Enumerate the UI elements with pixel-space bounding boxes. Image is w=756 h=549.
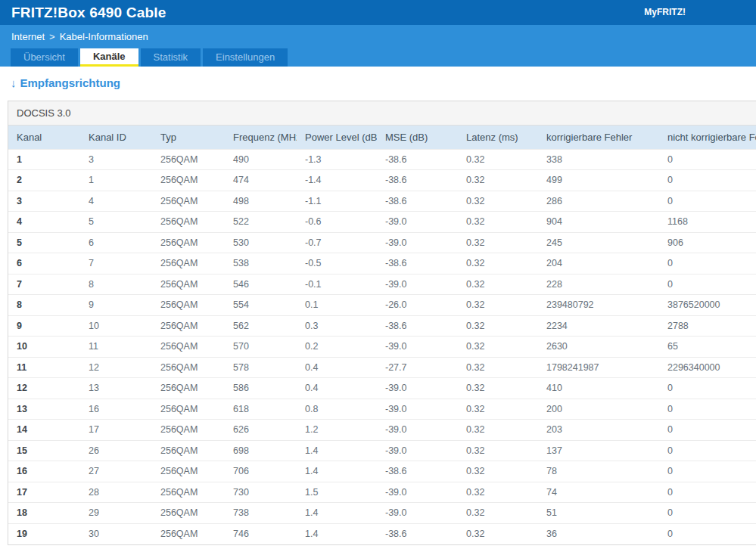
table-cell: 4 xyxy=(8,212,80,233)
column-header: Frequenz (MHz) xyxy=(225,126,297,149)
table-cell: 0.32 xyxy=(458,357,538,378)
table-row: 1213256QAM5860.4-39.00.324100 xyxy=(8,378,756,399)
table-cell: 562 xyxy=(225,315,297,337)
table-cell: 0 xyxy=(659,503,756,524)
table-row: 1417256QAM6261.2-39.00.322030 xyxy=(8,420,756,441)
table-cell: 0.32 xyxy=(458,399,538,420)
table-cell: 78 xyxy=(538,461,659,482)
table-cell: 256QAM xyxy=(152,212,225,233)
table-cell: -38.6 xyxy=(377,523,458,544)
table-cell: 546 xyxy=(225,274,297,295)
table-row: 21256QAM474-1.4-38.60.324990 xyxy=(8,170,756,191)
table-cell: 2788 xyxy=(659,315,756,337)
empfangsrichtung-link[interactable]: ↓Empfangsrichtung xyxy=(11,76,120,89)
table-cell: 10 xyxy=(8,337,80,358)
table-cell: 2296340000 xyxy=(659,357,756,378)
table-cell: -39.0 xyxy=(377,274,458,295)
table-cell: 706 xyxy=(225,461,297,482)
table-cell: -1.3 xyxy=(297,149,377,170)
table-row: 910256QAM5620.3-38.60.3222342788 xyxy=(8,315,756,337)
tab-einstellungen[interactable]: Einstellungen xyxy=(203,48,288,67)
table-cell: 0.4 xyxy=(297,357,377,378)
table-cell: 0.32 xyxy=(458,461,538,482)
table-cell: -38.6 xyxy=(377,461,458,482)
table-cell: -1.4 xyxy=(297,170,377,191)
table-cell: 2234 xyxy=(538,315,659,337)
table-cell: 338 xyxy=(538,149,659,170)
table-cell: 286 xyxy=(538,191,659,212)
table-cell: 0 xyxy=(659,482,756,503)
table-cell: 14 xyxy=(8,420,80,441)
table-row: 1829256QAM7381.4-39.00.32510 xyxy=(8,503,756,524)
table-row: 1011256QAM5700.2-39.00.32263065 xyxy=(8,337,756,358)
table-cell: 618 xyxy=(225,399,297,420)
table-cell: 9 xyxy=(80,295,152,316)
table-cell: 0.3 xyxy=(297,315,377,337)
table-cell: 3 xyxy=(80,149,152,170)
table-cell: -27.7 xyxy=(377,357,458,378)
table-cell: 1.5 xyxy=(297,482,377,503)
table-cell: 3876520000 xyxy=(659,295,756,316)
table-row: 78256QAM546-0.1-39.00.322280 xyxy=(8,274,756,295)
breadcrumb-item-internet[interactable]: Internet xyxy=(11,31,45,42)
table-cell: 74 xyxy=(538,482,659,503)
table-cell: 0.32 xyxy=(458,503,538,524)
table-cell: -39.0 xyxy=(377,503,458,524)
table-caption: DOCSIS 3.0 xyxy=(8,101,756,126)
table-cell: 228 xyxy=(538,274,659,295)
column-header: Kanal xyxy=(8,126,80,149)
table-cell: 0 xyxy=(659,378,756,399)
column-header: Kanal ID xyxy=(80,126,152,149)
table-cell: 538 xyxy=(225,253,297,274)
table-cell: 256QAM xyxy=(152,170,225,191)
table-cell: 65 xyxy=(659,337,756,358)
table-cell: 204 xyxy=(538,253,659,274)
table-cell: 28 xyxy=(80,482,152,503)
table-cell: 245 xyxy=(538,232,659,253)
column-header: Typ xyxy=(152,126,225,149)
table-cell: 578 xyxy=(225,357,297,378)
table-row: 1526256QAM6981.4-39.00.321370 xyxy=(8,440,756,461)
table-cell: 0.32 xyxy=(458,191,538,212)
table-cell: 16 xyxy=(80,399,152,420)
tab-uebersicht[interactable]: Übersicht xyxy=(11,48,78,67)
table-cell: 0 xyxy=(659,440,756,461)
table-row: 1930256QAM7461.4-38.60.32360 xyxy=(8,523,756,544)
table-cell: -1.1 xyxy=(297,191,377,212)
table-cell: 11 xyxy=(80,337,152,358)
table-cell: 0 xyxy=(659,523,756,544)
table-row: 1627256QAM7061.4-38.60.32780 xyxy=(8,461,756,482)
table-cell: 499 xyxy=(538,170,659,191)
table-cell: 0.32 xyxy=(458,232,538,253)
table-cell: 0 xyxy=(659,461,756,482)
table-cell: -38.6 xyxy=(377,191,458,212)
myfritz-link[interactable]: MyFRITZ! xyxy=(644,0,686,25)
table-cell: 256QAM xyxy=(152,149,225,170)
table-cell: 256QAM xyxy=(152,523,225,544)
table-cell: 7 xyxy=(80,253,152,274)
table-cell: -38.6 xyxy=(377,170,458,191)
table-header-row: KanalKanal IDTypFrequenz (MHz)Power Leve… xyxy=(8,126,756,149)
table-cell: 474 xyxy=(225,170,297,191)
table-cell: 0.8 xyxy=(297,399,377,420)
table-cell: 0.2 xyxy=(297,337,377,358)
table-cell: -39.0 xyxy=(377,440,458,461)
table-cell: 256QAM xyxy=(152,295,225,316)
table-cell: 0.32 xyxy=(458,337,538,358)
table-cell: 13 xyxy=(8,399,80,420)
table-cell: 8 xyxy=(8,295,80,316)
column-header: Power Level (dBmV) xyxy=(297,126,377,149)
main-content: ↓Empfangsrichtung DOCSIS 3.0 KanalKanal … xyxy=(0,67,756,90)
column-header: korrigierbare Fehler xyxy=(538,126,659,149)
table-row: 89256QAM5540.1-26.00.3223948079238765200… xyxy=(8,295,756,316)
table-cell: 0.32 xyxy=(458,440,538,461)
tab-statistik[interactable]: Statistik xyxy=(141,48,201,67)
table-cell: 904 xyxy=(538,212,659,233)
table-row: 67256QAM538-0.5-38.60.322040 xyxy=(8,253,756,274)
table-cell: 1.4 xyxy=(297,523,377,544)
table-cell: 586 xyxy=(225,378,297,399)
table-cell: 0.4 xyxy=(297,378,377,399)
tab-kanaele[interactable]: Kanäle xyxy=(80,48,138,67)
table-cell: 0.32 xyxy=(458,274,538,295)
table-cell: 15 xyxy=(8,440,80,461)
